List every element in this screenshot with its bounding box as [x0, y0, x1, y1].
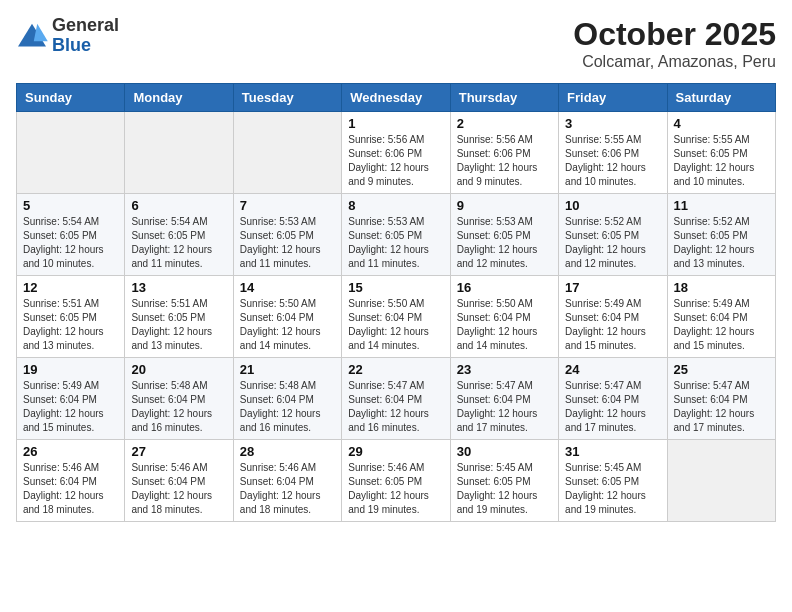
day-info: Sunrise: 5:47 AM Sunset: 6:04 PM Dayligh…: [565, 379, 660, 435]
day-info: Sunrise: 5:56 AM Sunset: 6:06 PM Dayligh…: [348, 133, 443, 189]
day-info: Sunrise: 5:50 AM Sunset: 6:04 PM Dayligh…: [348, 297, 443, 353]
day-number: 24: [565, 362, 660, 377]
weekday-header: Sunday: [17, 84, 125, 112]
weekday-header: Saturday: [667, 84, 775, 112]
calendar-day-cell: 27Sunrise: 5:46 AM Sunset: 6:04 PM Dayli…: [125, 440, 233, 522]
location-title: Colcamar, Amazonas, Peru: [573, 53, 776, 71]
calendar-day-cell: 9Sunrise: 5:53 AM Sunset: 6:05 PM Daylig…: [450, 194, 558, 276]
day-number: 19: [23, 362, 118, 377]
day-number: 2: [457, 116, 552, 131]
day-info: Sunrise: 5:56 AM Sunset: 6:06 PM Dayligh…: [457, 133, 552, 189]
calendar-day-cell: 4Sunrise: 5:55 AM Sunset: 6:05 PM Daylig…: [667, 112, 775, 194]
day-info: Sunrise: 5:51 AM Sunset: 6:05 PM Dayligh…: [131, 297, 226, 353]
calendar-day-cell: [667, 440, 775, 522]
day-number: 16: [457, 280, 552, 295]
calendar-day-cell: 14Sunrise: 5:50 AM Sunset: 6:04 PM Dayli…: [233, 276, 341, 358]
day-info: Sunrise: 5:47 AM Sunset: 6:04 PM Dayligh…: [674, 379, 769, 435]
day-info: Sunrise: 5:55 AM Sunset: 6:05 PM Dayligh…: [674, 133, 769, 189]
calendar-week-row: 19Sunrise: 5:49 AM Sunset: 6:04 PM Dayli…: [17, 358, 776, 440]
page-header: General Blue October 2025 Colcamar, Amaz…: [16, 16, 776, 71]
calendar-day-cell: 7Sunrise: 5:53 AM Sunset: 6:05 PM Daylig…: [233, 194, 341, 276]
day-number: 15: [348, 280, 443, 295]
day-number: 13: [131, 280, 226, 295]
day-number: 7: [240, 198, 335, 213]
day-info: Sunrise: 5:47 AM Sunset: 6:04 PM Dayligh…: [348, 379, 443, 435]
logo-text: General Blue: [52, 16, 119, 56]
day-number: 28: [240, 444, 335, 459]
calendar-week-row: 12Sunrise: 5:51 AM Sunset: 6:05 PM Dayli…: [17, 276, 776, 358]
calendar-day-cell: 15Sunrise: 5:50 AM Sunset: 6:04 PM Dayli…: [342, 276, 450, 358]
day-number: 3: [565, 116, 660, 131]
day-info: Sunrise: 5:49 AM Sunset: 6:04 PM Dayligh…: [565, 297, 660, 353]
weekday-header: Thursday: [450, 84, 558, 112]
day-info: Sunrise: 5:50 AM Sunset: 6:04 PM Dayligh…: [457, 297, 552, 353]
day-number: 11: [674, 198, 769, 213]
calendar-week-row: 26Sunrise: 5:46 AM Sunset: 6:04 PM Dayli…: [17, 440, 776, 522]
day-info: Sunrise: 5:46 AM Sunset: 6:05 PM Dayligh…: [348, 461, 443, 517]
day-number: 9: [457, 198, 552, 213]
weekday-header: Friday: [559, 84, 667, 112]
day-info: Sunrise: 5:55 AM Sunset: 6:06 PM Dayligh…: [565, 133, 660, 189]
day-info: Sunrise: 5:45 AM Sunset: 6:05 PM Dayligh…: [565, 461, 660, 517]
calendar-day-cell: 31Sunrise: 5:45 AM Sunset: 6:05 PM Dayli…: [559, 440, 667, 522]
day-info: Sunrise: 5:46 AM Sunset: 6:04 PM Dayligh…: [23, 461, 118, 517]
day-info: Sunrise: 5:54 AM Sunset: 6:05 PM Dayligh…: [23, 215, 118, 271]
day-info: Sunrise: 5:46 AM Sunset: 6:04 PM Dayligh…: [131, 461, 226, 517]
calendar-day-cell: 6Sunrise: 5:54 AM Sunset: 6:05 PM Daylig…: [125, 194, 233, 276]
calendar-day-cell: 23Sunrise: 5:47 AM Sunset: 6:04 PM Dayli…: [450, 358, 558, 440]
calendar-day-cell: 5Sunrise: 5:54 AM Sunset: 6:05 PM Daylig…: [17, 194, 125, 276]
calendar-day-cell: 8Sunrise: 5:53 AM Sunset: 6:05 PM Daylig…: [342, 194, 450, 276]
day-info: Sunrise: 5:52 AM Sunset: 6:05 PM Dayligh…: [565, 215, 660, 271]
day-number: 20: [131, 362, 226, 377]
calendar-day-cell: 11Sunrise: 5:52 AM Sunset: 6:05 PM Dayli…: [667, 194, 775, 276]
day-info: Sunrise: 5:49 AM Sunset: 6:04 PM Dayligh…: [674, 297, 769, 353]
logo: General Blue: [16, 16, 119, 56]
day-number: 25: [674, 362, 769, 377]
calendar-day-cell: 25Sunrise: 5:47 AM Sunset: 6:04 PM Dayli…: [667, 358, 775, 440]
day-info: Sunrise: 5:46 AM Sunset: 6:04 PM Dayligh…: [240, 461, 335, 517]
day-number: 14: [240, 280, 335, 295]
calendar-day-cell: [17, 112, 125, 194]
day-info: Sunrise: 5:51 AM Sunset: 6:05 PM Dayligh…: [23, 297, 118, 353]
day-info: Sunrise: 5:53 AM Sunset: 6:05 PM Dayligh…: [240, 215, 335, 271]
day-number: 1: [348, 116, 443, 131]
title-area: October 2025 Colcamar, Amazonas, Peru: [573, 16, 776, 71]
day-info: Sunrise: 5:48 AM Sunset: 6:04 PM Dayligh…: [240, 379, 335, 435]
calendar-day-cell: 17Sunrise: 5:49 AM Sunset: 6:04 PM Dayli…: [559, 276, 667, 358]
calendar-day-cell: 24Sunrise: 5:47 AM Sunset: 6:04 PM Dayli…: [559, 358, 667, 440]
weekday-header: Wednesday: [342, 84, 450, 112]
calendar-day-cell: 1Sunrise: 5:56 AM Sunset: 6:06 PM Daylig…: [342, 112, 450, 194]
calendar-day-cell: 20Sunrise: 5:48 AM Sunset: 6:04 PM Dayli…: [125, 358, 233, 440]
day-info: Sunrise: 5:54 AM Sunset: 6:05 PM Dayligh…: [131, 215, 226, 271]
day-info: Sunrise: 5:50 AM Sunset: 6:04 PM Dayligh…: [240, 297, 335, 353]
calendar-day-cell: 2Sunrise: 5:56 AM Sunset: 6:06 PM Daylig…: [450, 112, 558, 194]
calendar-table: SundayMondayTuesdayWednesdayThursdayFrid…: [16, 83, 776, 522]
logo-blue: Blue: [52, 36, 119, 56]
day-number: 22: [348, 362, 443, 377]
month-title: October 2025: [573, 16, 776, 53]
day-info: Sunrise: 5:47 AM Sunset: 6:04 PM Dayligh…: [457, 379, 552, 435]
day-info: Sunrise: 5:48 AM Sunset: 6:04 PM Dayligh…: [131, 379, 226, 435]
calendar-day-cell: 16Sunrise: 5:50 AM Sunset: 6:04 PM Dayli…: [450, 276, 558, 358]
day-number: 17: [565, 280, 660, 295]
day-number: 18: [674, 280, 769, 295]
logo-icon: [16, 22, 48, 50]
calendar-day-cell: 29Sunrise: 5:46 AM Sunset: 6:05 PM Dayli…: [342, 440, 450, 522]
calendar-week-row: 1Sunrise: 5:56 AM Sunset: 6:06 PM Daylig…: [17, 112, 776, 194]
day-number: 26: [23, 444, 118, 459]
calendar-day-cell: 19Sunrise: 5:49 AM Sunset: 6:04 PM Dayli…: [17, 358, 125, 440]
day-info: Sunrise: 5:52 AM Sunset: 6:05 PM Dayligh…: [674, 215, 769, 271]
calendar-day-cell: 12Sunrise: 5:51 AM Sunset: 6:05 PM Dayli…: [17, 276, 125, 358]
calendar-day-cell: 26Sunrise: 5:46 AM Sunset: 6:04 PM Dayli…: [17, 440, 125, 522]
calendar-day-cell: [233, 112, 341, 194]
day-number: 23: [457, 362, 552, 377]
calendar-day-cell: [125, 112, 233, 194]
calendar-day-cell: 10Sunrise: 5:52 AM Sunset: 6:05 PM Dayli…: [559, 194, 667, 276]
logo-general: General: [52, 16, 119, 36]
weekday-header: Monday: [125, 84, 233, 112]
day-number: 8: [348, 198, 443, 213]
day-number: 5: [23, 198, 118, 213]
weekday-header: Tuesday: [233, 84, 341, 112]
svg-marker-1: [34, 24, 48, 42]
day-number: 12: [23, 280, 118, 295]
